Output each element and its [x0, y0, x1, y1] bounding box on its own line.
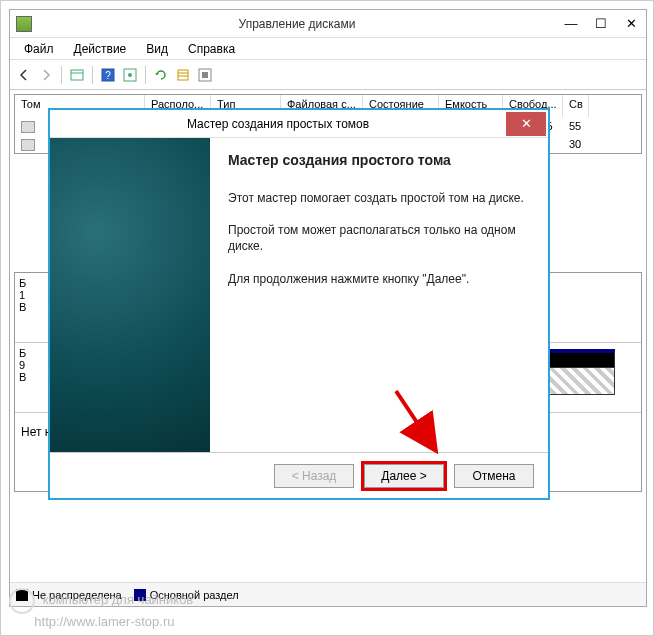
- watermark-line2: http://www.lamer-stop.ru: [34, 614, 174, 629]
- col-pct[interactable]: Св: [563, 95, 589, 117]
- svg-text:?: ?: [105, 70, 111, 81]
- window-title: Управление дисками: [38, 17, 556, 31]
- wizard-heading: Мастер создания простого тома: [228, 152, 530, 168]
- svg-rect-10: [202, 72, 208, 78]
- forward-icon[interactable]: [36, 65, 56, 85]
- svg-rect-0: [71, 70, 83, 80]
- wizard-text: Для продолжения нажмите кнопку "Далее".: [228, 271, 530, 287]
- wizard-close-button[interactable]: ✕: [506, 112, 546, 136]
- wizard-sidebar-graphic: [50, 138, 210, 452]
- close-button[interactable]: ✕: [616, 13, 646, 35]
- back-button: < Назад: [274, 464, 354, 488]
- separator: [92, 66, 93, 84]
- volume-icon: [21, 121, 35, 133]
- menu-view[interactable]: Вид: [136, 39, 178, 59]
- view-icon[interactable]: [67, 65, 87, 85]
- menu-help[interactable]: Справка: [178, 39, 245, 59]
- wizard-content: Мастер создания простого тома Этот масте…: [210, 138, 548, 452]
- main-titlebar: Управление дисками — ☐ ✕: [10, 10, 646, 38]
- wizard-button-bar: < Назад Далее > Отмена: [50, 452, 548, 498]
- watermark-icon: [9, 588, 35, 614]
- svg-point-5: [128, 73, 132, 77]
- watermark: компьютер для чайников http://www.lamer-…: [9, 588, 193, 629]
- simple-volume-wizard: Мастер создания простых томов ✕ Мастер с…: [49, 109, 549, 499]
- back-icon[interactable]: [14, 65, 34, 85]
- svg-rect-6: [178, 70, 188, 80]
- watermark-line1: компьютер для чайников: [43, 592, 194, 607]
- menu-action[interactable]: Действие: [64, 39, 137, 59]
- next-button[interactable]: Далее >: [364, 464, 444, 488]
- help-icon[interactable]: ?: [98, 65, 118, 85]
- toolbar: ?: [10, 60, 646, 90]
- refresh-icon[interactable]: [151, 65, 171, 85]
- maximize-button[interactable]: ☐: [586, 13, 616, 35]
- wizard-text: Этот мастер помогает создать простой том…: [228, 190, 530, 206]
- volume-icon: [21, 139, 35, 151]
- wizard-body: Мастер создания простого тома Этот масте…: [50, 138, 548, 452]
- separator: [61, 66, 62, 84]
- cancel-button[interactable]: Отмена: [454, 464, 534, 488]
- menu-file[interactable]: Файл: [14, 39, 64, 59]
- wizard-text: Простой том может располагаться только н…: [228, 222, 530, 254]
- window-controls: — ☐ ✕: [556, 13, 646, 35]
- cell-pct: 55: [563, 120, 589, 132]
- wizard-title: Мастер создания простых томов: [50, 117, 506, 131]
- props-icon[interactable]: [120, 65, 140, 85]
- separator: [145, 66, 146, 84]
- cell-pct: 30: [563, 138, 589, 150]
- minimize-button[interactable]: —: [556, 13, 586, 35]
- partition-unallocated[interactable]: [545, 367, 615, 395]
- menubar: Файл Действие Вид Справка: [10, 38, 646, 60]
- wizard-titlebar: Мастер создания простых томов ✕: [50, 110, 548, 138]
- list-icon[interactable]: [173, 65, 193, 85]
- app-icon: [16, 16, 32, 32]
- settings-icon[interactable]: [195, 65, 215, 85]
